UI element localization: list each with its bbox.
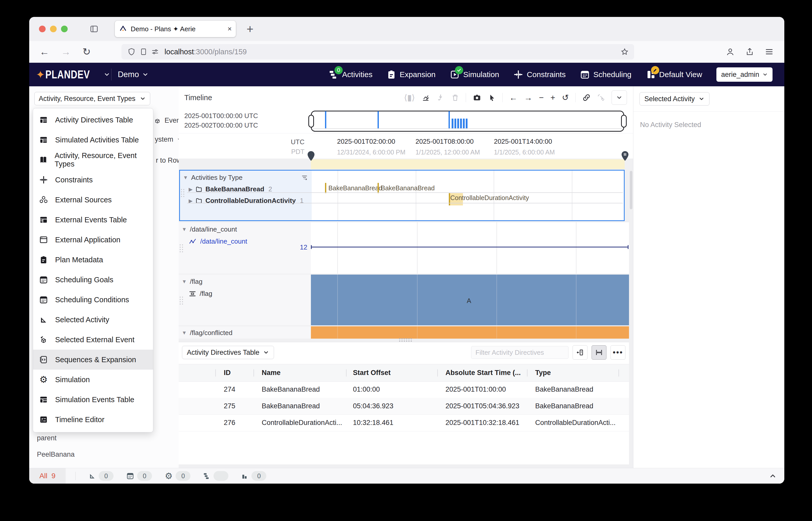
menu-item-activity-directives-table[interactable]: Activity Directives Table xyxy=(33,110,153,130)
browser-tab[interactable]: Demo - Plans ✦ Aerie × xyxy=(115,21,236,37)
menu-item-timeline-editor[interactable]: Timeline Editor xyxy=(33,410,153,430)
flag-row[interactable]: A ▼ /flag /flag xyxy=(179,275,629,325)
collapse-console-icon[interactable] xyxy=(769,472,776,480)
counter-simulation[interactable]: ⚙ 0 xyxy=(165,471,191,481)
zoom-in-icon[interactable]: + xyxy=(551,93,555,102)
menu-item-simulation-events-table[interactable]: Simulation Events Table xyxy=(33,390,153,410)
back-button[interactable]: ← xyxy=(40,46,49,58)
tab-close-icon[interactable]: × xyxy=(227,25,232,33)
collapse-triangle-icon[interactable]: ▼ xyxy=(182,226,187,232)
collapse-triangle-icon[interactable]: ▼ xyxy=(183,175,188,181)
menu-item-sequences-expansion[interactable]: Sequences & Expansion xyxy=(33,349,153,370)
new-tab-button[interactable]: + xyxy=(246,22,254,36)
row-drag-handle[interactable] xyxy=(180,244,183,252)
expand-triangle-icon[interactable]: ▶ xyxy=(189,186,193,192)
panel-selector[interactable]: Activity, Resource, Event Types xyxy=(34,92,150,105)
reset-view-icon[interactable]: ↺ xyxy=(562,93,569,102)
maximize-window-button[interactable] xyxy=(61,26,68,32)
line-count-row-header[interactable]: ▼ /data/line_count xyxy=(179,222,311,233)
column-header-absolute-start[interactable]: Absolute Start Time (... xyxy=(445,369,521,377)
collapse-triangle-icon[interactable]: ▼ xyxy=(182,279,187,285)
minimize-window-button[interactable] xyxy=(50,26,57,32)
timeline-scrollbar[interactable] xyxy=(630,171,632,209)
counter-activities[interactable] xyxy=(203,471,228,481)
column-header-id[interactable]: ID xyxy=(224,369,231,377)
activity-bar[interactable]: BakeBananaBread xyxy=(377,183,435,193)
camera-icon[interactable] xyxy=(473,93,481,102)
counter-analysis[interactable]: 0 xyxy=(241,471,266,481)
user-menu[interactable]: aerie_admin xyxy=(717,67,772,82)
row-drag-handle[interactable] xyxy=(181,189,184,197)
close-window-button[interactable] xyxy=(39,26,46,32)
time-cursor-band[interactable] xyxy=(311,159,624,169)
counter-selected-activity[interactable]: 0 xyxy=(89,471,113,481)
minimap-left-handle[interactable] xyxy=(308,115,314,128)
activity-group-controllabledurationactivity[interactable]: ▶ ControllableDurationActivity 1 xyxy=(189,197,312,205)
share-icon[interactable] xyxy=(745,47,754,56)
panel-resize-handle[interactable] xyxy=(399,338,412,342)
menu-item-selected-activity[interactable]: Selected Activity xyxy=(33,310,153,330)
right-panel-selector[interactable]: Selected Activity xyxy=(639,92,709,106)
reload-button[interactable]: ↻ xyxy=(83,46,91,58)
table-more-options-button[interactable]: ••• xyxy=(611,345,626,360)
page-info-icon[interactable] xyxy=(140,48,147,55)
collapse-triangle-icon[interactable]: ▼ xyxy=(182,330,187,336)
flag-conflicted-row[interactable]: ▼ /flag/conflicted xyxy=(179,326,629,339)
menu-hamburger-icon[interactable] xyxy=(765,47,773,56)
sidebar-toggle-icon[interactable] xyxy=(90,25,98,33)
minimap-right-handle[interactable] xyxy=(621,115,627,128)
activities-plot[interactable]: BakeBananaBread BakeBananaBread Controll… xyxy=(312,171,624,220)
activity-bar[interactable]: BakeBananaBread xyxy=(325,183,382,193)
nav-default-view[interactable]: Default View xyxy=(646,70,702,80)
column-header-name[interactable]: Name xyxy=(262,369,281,377)
pan-right-icon[interactable]: → xyxy=(524,93,532,102)
plan-menu-chevron-icon[interactable] xyxy=(142,71,149,78)
fit-columns-button[interactable] xyxy=(592,345,607,360)
flag-conflicted-header[interactable]: ▼ /flag/conflicted xyxy=(179,326,311,337)
timeline-minimap[interactable] xyxy=(311,111,624,132)
nav-expansion[interactable]: Expansion xyxy=(387,70,436,80)
activities-by-type-row[interactable]: BakeBananaBread BakeBananaBread Controll… xyxy=(179,170,624,221)
nav-simulation[interactable]: Simulation xyxy=(450,70,499,80)
table-row[interactable]: 276 ControllableDurationActi... 10:32:18… xyxy=(179,414,629,431)
menu-item-simulation[interactable]: ⚙ Simulation xyxy=(33,370,153,390)
edit-chart-icon[interactable] xyxy=(422,93,430,102)
account-icon[interactable] xyxy=(726,47,734,56)
start-pin-icon[interactable] xyxy=(308,151,314,161)
flag-row-header[interactable]: ▼ /flag xyxy=(179,275,311,286)
flag-legend[interactable]: /flag xyxy=(189,290,311,298)
menu-item-constraints[interactable]: Constraints xyxy=(33,170,153,190)
column-header-type[interactable]: Type xyxy=(535,369,551,377)
app-menu-chevron-icon[interactable] xyxy=(104,71,110,78)
flag-conflicted-plot[interactable] xyxy=(311,326,629,339)
menu-item-scheduling-conditions[interactable]: Scheduling Conditions xyxy=(33,290,153,310)
permissions-icon[interactable] xyxy=(151,48,159,55)
console-all-tab[interactable]: All 9 xyxy=(29,468,66,483)
nav-constraints[interactable]: Constraints xyxy=(513,70,566,80)
cursor-icon[interactable] xyxy=(488,93,496,102)
menu-item-selected-external-event[interactable]: Selected External Event xyxy=(33,330,153,349)
link-icon[interactable] xyxy=(582,93,591,102)
menu-item-external-events-table[interactable]: External Events Table xyxy=(33,210,153,230)
address-field[interactable]: localhost:3000/plans/159 xyxy=(122,44,634,60)
nav-scheduling[interactable]: Scheduling xyxy=(580,70,631,80)
activities-row-header[interactable]: ▼ Activities by Type xyxy=(180,171,312,182)
nav-activities[interactable]: 0 Activities xyxy=(329,70,372,80)
menu-item-activity-resource-event-types[interactable]: Activity, Resource, Event Types xyxy=(33,150,153,170)
menu-item-scheduling-goals[interactable]: Scheduling Goals xyxy=(33,270,153,290)
timeline-options-button[interactable] xyxy=(612,90,627,105)
filter-activity-directives-input[interactable] xyxy=(471,346,569,359)
end-pin-icon[interactable] xyxy=(621,151,629,161)
menu-item-external-application[interactable]: External Application xyxy=(33,230,153,250)
activity-group-bakebananabread[interactable]: ▶ BakeBananaBread 2 xyxy=(189,185,312,193)
bookmark-star-icon[interactable] xyxy=(621,48,629,55)
table-row[interactable]: 274 BakeBananaBread 01:00:00 2025-001T01… xyxy=(179,381,629,398)
activity-bar[interactable]: ControllableDurationActivity xyxy=(449,194,529,202)
menu-item-simulated-activities-table[interactable]: Simulated Activities Table xyxy=(33,130,153,150)
table-panel-selector[interactable]: Activity Directives Table xyxy=(182,346,274,359)
menu-item-external-sources[interactable]: External Sources xyxy=(33,190,153,210)
flag-plot[interactable]: A xyxy=(311,275,629,325)
row-drag-handle[interactable] xyxy=(180,297,183,304)
counter-scheduling[interactable]: 0 xyxy=(126,471,152,481)
plan-name[interactable]: Demo xyxy=(118,70,139,79)
